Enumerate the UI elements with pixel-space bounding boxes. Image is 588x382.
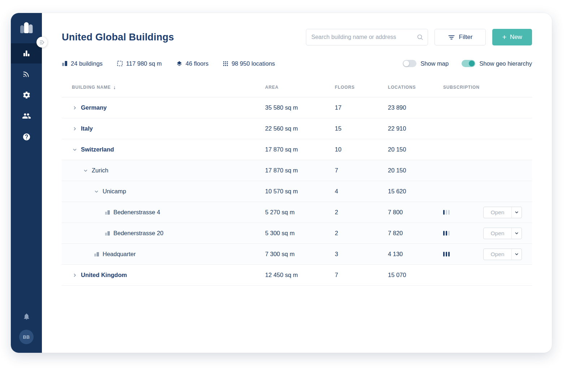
stat-floors: 46 floors: [176, 60, 208, 67]
row-floors: 7: [335, 272, 388, 278]
help-icon: [22, 133, 31, 141]
buildings-table: Building name ↓ Area Floors Locations Su…: [62, 77, 532, 286]
chevron-down-icon[interactable]: [72, 148, 78, 152]
stat-area-label: 117 980 sq m: [126, 60, 162, 67]
subscription-level-icon: [443, 231, 450, 236]
subscription-level-icon: [443, 210, 450, 215]
table-row[interactable]: United Kingdom12 450 sq m715 070: [62, 265, 532, 286]
table-row[interactable]: Germany35 580 sq m1723 890: [62, 97, 532, 118]
chevron-right-icon[interactable]: [72, 273, 78, 277]
new-button[interactable]: + New: [492, 29, 532, 45]
chevron-right-icon[interactable]: [72, 127, 78, 131]
row-subscription-cell: Open: [438, 207, 532, 218]
open-button[interactable]: Open: [483, 228, 522, 239]
table-row[interactable]: Switzerland17 870 sq m1020 150: [62, 139, 532, 160]
show-geo-hierarchy-toggle[interactable]: [462, 60, 475, 67]
open-button-label: Open: [484, 209, 511, 216]
row-name: Bedenerstrasse 4: [113, 209, 160, 216]
sidebar-item-buildings[interactable]: [11, 43, 42, 63]
column-header-subscription: Subscription: [438, 85, 532, 90]
app-window: BB United Global Buildings: [11, 13, 552, 353]
row-locations: 4 130: [388, 251, 438, 258]
row-area: 17 870 sq m: [265, 167, 335, 174]
search-input[interactable]: [306, 29, 428, 45]
column-header-building-name[interactable]: Building name ↓: [62, 84, 265, 90]
row-floors: 3: [335, 251, 388, 258]
show-map-toggle[interactable]: [403, 60, 416, 67]
plus-icon: +: [502, 33, 506, 41]
row-name-cell: Bedenerstrasse 20: [62, 230, 265, 237]
column-header-floors: Floors: [335, 85, 388, 90]
row-name: Zurich: [92, 167, 108, 174]
sidebar-item-users[interactable]: [11, 105, 42, 126]
row-locations: 15 070: [388, 272, 438, 278]
table-row[interactable]: Italy22 560 sq m1522 910: [62, 118, 532, 139]
filter-button-label: Filter: [459, 34, 473, 41]
table-row[interactable]: Zurich17 870 sq m720 150: [62, 160, 532, 181]
stat-locations: 98 950 locations: [223, 60, 275, 67]
stat-locations-label: 98 950 locations: [232, 60, 275, 67]
show-geo-hierarchy-label: Show geo hierarchy: [479, 60, 532, 67]
open-button[interactable]: Open: [483, 207, 522, 218]
row-locations: 7 820: [388, 230, 438, 237]
chevron-down-icon[interactable]: [511, 228, 522, 239]
sidebar-item-settings[interactable]: [11, 84, 42, 105]
buildings-count-icon: [62, 61, 68, 66]
row-floors: 17: [335, 104, 388, 111]
row-name-cell: Switzerland: [62, 146, 265, 153]
row-name-cell: Germany: [62, 104, 265, 111]
row-locations: 7 800: [388, 209, 438, 216]
row-name: Unicamp: [103, 188, 126, 195]
row-floors: 10: [335, 146, 388, 153]
filter-button[interactable]: Filter: [434, 29, 486, 45]
row-area: 12 450 sq m: [265, 272, 335, 278]
stat-area: 117 980 sq m: [117, 60, 162, 67]
table-row[interactable]: Bedenerstrasse 205 300 sq m27 820Open: [62, 223, 532, 244]
row-name: United Kingdom: [81, 272, 127, 278]
settings-gear-icon: [22, 91, 31, 99]
row-area: 10 570 sq m: [265, 188, 335, 195]
sidebar-item-help[interactable]: [11, 126, 42, 147]
users-icon: [22, 111, 31, 120]
row-name: Headquarter: [103, 251, 136, 258]
row-name-cell: Italy: [62, 125, 265, 132]
open-button[interactable]: Open: [483, 249, 522, 260]
company-logo: [19, 21, 34, 35]
row-subscription-cell: Open: [438, 228, 532, 239]
row-name-cell: Headquarter: [62, 251, 265, 258]
building-icon: [94, 251, 99, 257]
table-row[interactable]: Bedenerstrasse 45 270 sq m27 800Open: [62, 202, 532, 223]
row-area: 17 870 sq m: [265, 146, 335, 153]
open-button-label: Open: [484, 251, 511, 258]
row-area: 22 560 sq m: [265, 125, 335, 132]
row-locations: 20 150: [388, 167, 438, 174]
user-avatar[interactable]: BB: [19, 330, 34, 344]
sidebar-collapse-button[interactable]: [36, 37, 47, 48]
column-header-locations: Locations: [388, 85, 438, 90]
row-floors: 2: [335, 230, 388, 237]
sort-desc-icon[interactable]: ↓: [113, 84, 116, 90]
row-area: 35 580 sq m: [265, 104, 335, 111]
row-floors: 7: [335, 167, 388, 174]
table-row[interactable]: Headquarter7 300 sq m34 130Open: [62, 244, 532, 265]
chevron-down-icon[interactable]: [511, 249, 522, 260]
chevron-down-icon[interactable]: [83, 168, 88, 173]
row-name: Italy: [81, 125, 93, 132]
main-content: United Global Buildings: [42, 13, 552, 353]
chevron-down-icon[interactable]: [94, 189, 99, 194]
chevron-right-icon[interactable]: [72, 106, 78, 110]
sidebar-item-sensors[interactable]: [11, 63, 42, 84]
chevron-down-icon[interactable]: [511, 207, 522, 218]
stat-floors-label: 46 floors: [186, 60, 208, 67]
row-name-cell: Bedenerstrasse 4: [62, 209, 265, 216]
row-floors: 2: [335, 209, 388, 216]
sensor-icon: [22, 70, 31, 78]
stat-buildings-label: 24 buildings: [71, 60, 103, 67]
buildings-icon: [22, 49, 31, 58]
row-locations: 20 150: [388, 146, 438, 153]
notifications-bell-icon[interactable]: [23, 313, 30, 320]
row-name: Switzerland: [81, 146, 114, 153]
locations-icon: [223, 61, 228, 66]
table-row[interactable]: Unicamp10 570 sq m415 620: [62, 181, 532, 202]
row-area: 7 300 sq m: [265, 251, 335, 258]
